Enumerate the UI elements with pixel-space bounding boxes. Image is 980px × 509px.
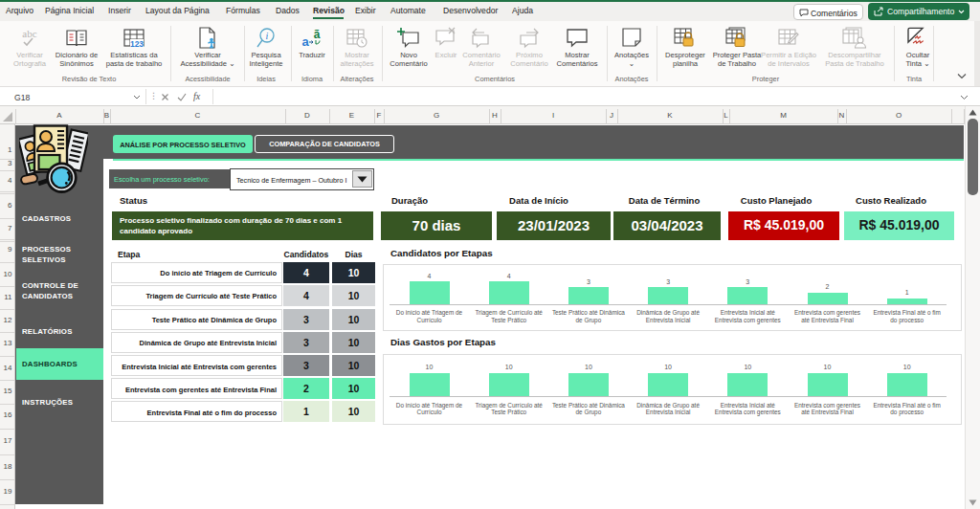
svg-text:123: 123	[130, 39, 144, 49]
svg-text:a: a	[301, 34, 309, 49]
svg-text:abc: abc	[22, 28, 36, 39]
svg-text:ã: ã	[314, 28, 321, 41]
svg-text:i: i	[266, 31, 269, 41]
